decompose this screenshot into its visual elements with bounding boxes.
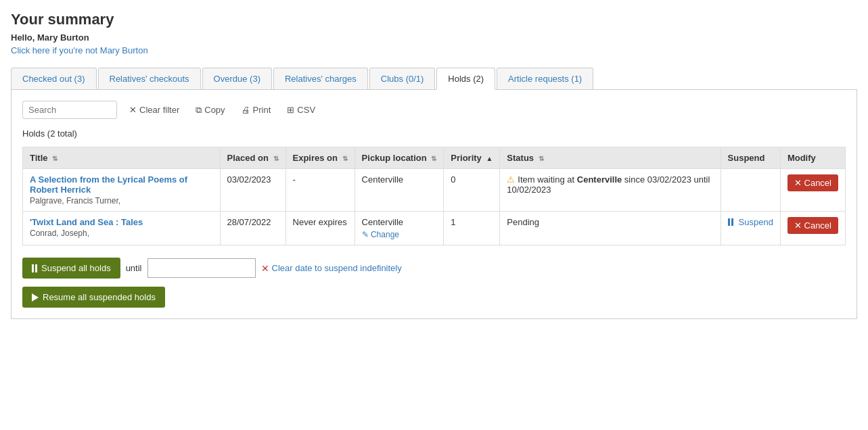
change-link-1[interactable]: ✎ Change: [362, 230, 437, 239]
clear-date-button[interactable]: ✕ Clear date to suspend indefinitely: [261, 263, 402, 274]
cell-status-0: ⚠Item waiting at Centerville since 03/02…: [500, 169, 721, 212]
table-header-row: Title ⇅ Placed on ⇅ Expires on ⇅ Pickup …: [23, 147, 846, 169]
suspend-all-row: Suspend all holds until ✕ Clear date to …: [22, 258, 846, 279]
sort-expires-icon: ⇅: [342, 155, 348, 162]
title-link-0[interactable]: A Selection from the Lyrical Poems of Ro…: [30, 174, 187, 195]
tab-article-requests[interactable]: Article requests (1): [497, 68, 593, 89]
tab-holds[interactable]: Holds (2): [436, 68, 495, 90]
play-icon: [32, 293, 39, 302]
cell-title-0: A Selection from the Lyrical Poems of Ro…: [23, 169, 221, 212]
cell-pickup-0: Centerville: [355, 169, 444, 212]
table-row: A Selection from the Lyrical Poems of Ro…: [23, 169, 846, 212]
holds-table: Title ⇅ Placed on ⇅ Expires on ⇅ Pickup …: [22, 147, 846, 245]
print-label: Print: [253, 105, 271, 115]
cell-status-1: Pending: [500, 212, 721, 245]
author-1: Conrad, Joseph,: [30, 229, 213, 238]
cell-modify-0: ✕ Cancel: [780, 169, 845, 212]
col-pickup[interactable]: Pickup location ⇅: [355, 147, 444, 169]
holds-summary: Holds (2 total): [22, 128, 846, 139]
pause-icon: [32, 264, 37, 272]
suspend-button-1[interactable]: Suspend: [728, 217, 773, 227]
tab-overdue[interactable]: Overdue (3): [202, 68, 272, 89]
author-0: Palgrave, Francis Turner,: [30, 196, 213, 206]
greeting: Hello, Mary Burton: [11, 32, 857, 43]
cell-suspend-0: [721, 169, 780, 212]
cell-priority-1: 1: [444, 212, 500, 245]
search-input[interactable]: [22, 101, 117, 119]
cell-expires-1: Never expires: [285, 212, 355, 245]
csv-label: CSV: [297, 105, 315, 115]
cancel-button-0[interactable]: ✕ Cancel: [787, 174, 838, 191]
table-row: 'Twixt Land and Sea : TalesConrad, Josep…: [23, 212, 846, 245]
csv-icon: ⊞: [287, 105, 294, 115]
resume-label: Resume all suspended holds: [43, 292, 156, 302]
until-label: until: [126, 263, 142, 273]
sort-priority-icon: ▲: [486, 155, 493, 162]
sort-pickup-icon: ⇅: [431, 155, 436, 162]
cell-priority-0: 0: [444, 169, 500, 212]
tab-relatives-checkouts[interactable]: Relatives' checkouts: [98, 68, 201, 89]
col-status[interactable]: Status ⇅: [500, 147, 721, 169]
copy-button[interactable]: ⧉ Copy: [191, 102, 229, 118]
sort-title-icon: ⇅: [52, 155, 58, 162]
clear-filter-button[interactable]: ✕ Clear filter: [125, 102, 183, 118]
col-modify: Modify: [780, 147, 845, 169]
title-link-1[interactable]: 'Twixt Land and Sea : Tales: [30, 217, 143, 227]
suspend-all-label: Suspend all holds: [41, 263, 111, 273]
suspend-date-input[interactable]: [147, 258, 256, 278]
clear-date-icon: ✕: [261, 263, 269, 274]
csv-button[interactable]: ⊞ CSV: [283, 102, 319, 118]
col-suspend: Suspend: [721, 147, 780, 169]
col-placed-on[interactable]: Placed on ⇅: [220, 147, 285, 169]
status-warning-icon: ⚠: [507, 174, 515, 185]
cell-suspend-1: Suspend: [721, 212, 780, 245]
suspend-all-button[interactable]: Suspend all holds: [22, 258, 120, 279]
cell-modify-1: ✕ Cancel: [780, 212, 845, 245]
greeting-static: Hello,: [11, 32, 37, 43]
bottom-actions: Suspend all holds until ✕ Clear date to …: [22, 258, 846, 308]
cell-placed-1: 28/07/2022: [220, 212, 285, 245]
tab-checked-out[interactable]: Checked out (3): [11, 68, 97, 89]
print-icon: 🖨: [242, 105, 250, 115]
cell-expires-0: -: [285, 169, 355, 212]
cell-title-1: 'Twixt Land and Sea : TalesConrad, Josep…: [23, 212, 221, 245]
cancel-button-1[interactable]: ✕ Cancel: [787, 217, 838, 234]
resume-all-button[interactable]: Resume all suspended holds: [22, 287, 165, 308]
tab-relatives-charges[interactable]: Relatives' charges: [273, 68, 368, 89]
not-you-link[interactable]: Click here if you're not Mary Burton: [11, 45, 148, 55]
col-priority[interactable]: Priority ▲: [444, 147, 500, 169]
print-button[interactable]: 🖨 Print: [237, 102, 275, 118]
status-bold-0: Centerville: [577, 174, 622, 185]
clear-filter-label: Clear filter: [139, 105, 179, 115]
user-name: Mary Burton: [37, 32, 89, 43]
toolbar: ✕ Clear filter ⧉ Copy 🖨 Print ⊞ CSV: [22, 101, 846, 119]
cell-pickup-1: Centerville✎ Change: [355, 212, 444, 245]
sort-placed-icon: ⇅: [273, 155, 279, 162]
cell-placed-0: 03/02/2023: [220, 169, 285, 212]
copy-icon: ⧉: [196, 105, 202, 116]
col-expires-on[interactable]: Expires on ⇅: [285, 147, 355, 169]
clear-filter-icon: ✕: [129, 105, 137, 115]
tabs-container: Checked out (3) Relatives' checkouts Ove…: [11, 68, 857, 90]
clear-date-label: Clear date to suspend indefinitely: [272, 263, 402, 273]
sort-status-icon: ⇅: [539, 155, 544, 162]
copy-label: Copy: [204, 105, 225, 115]
tab-clubs[interactable]: Clubs (0/1): [369, 68, 436, 89]
col-title[interactable]: Title ⇅: [23, 147, 221, 169]
page-title: Your summary: [11, 11, 857, 28]
main-content: ✕ Clear filter ⧉ Copy 🖨 Print ⊞ CSV Hold…: [11, 90, 857, 319]
